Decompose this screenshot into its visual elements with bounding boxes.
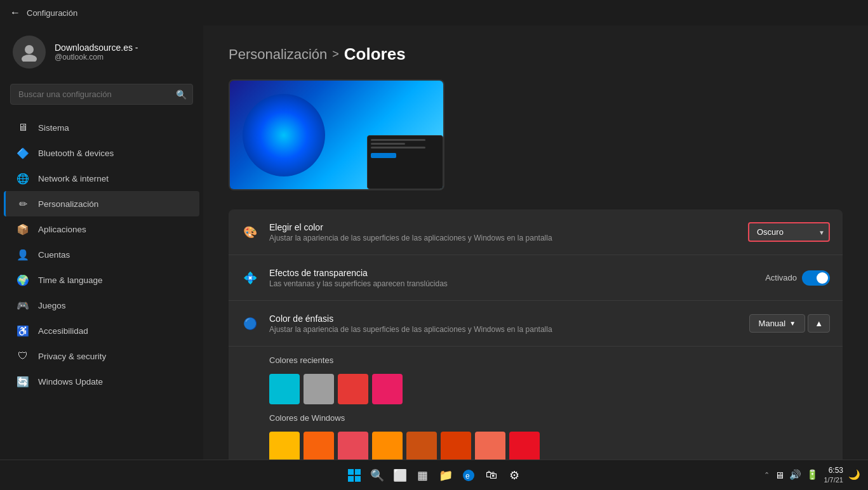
enfasis-title: Color de énfasis [269, 314, 739, 324]
recent-color-swatch[interactable] [269, 374, 300, 404]
windows-color-swatch[interactable] [338, 432, 368, 460]
taskbar-edge-button[interactable]: e [460, 467, 477, 484]
enfasis-expanded-section: Colores recientes Colores de Windows [229, 347, 843, 460]
recent-color-swatch[interactable] [338, 374, 368, 404]
transparencia-toggle[interactable] [802, 270, 830, 286]
privacy-icon: 🛡 [17, 350, 29, 362]
taskbar-volume-icon[interactable]: 🔊 [789, 469, 801, 480]
breadcrumb-parent[interactable]: Personalización [229, 46, 327, 63]
recent-color-swatch[interactable] [304, 374, 334, 404]
color-dropdown[interactable]: Oscuro Claro Personalizado [748, 222, 830, 242]
elegir-color-control: Oscuro Claro Personalizado ▼ [748, 222, 830, 242]
svg-rect-5 [355, 476, 361, 482]
windows-color-swatch[interactable] [304, 432, 334, 460]
content-area: Personalización > Colores 🎨 [203, 25, 868, 460]
preview-line-1 [371, 139, 425, 141]
elegir-color-text: Elegir el color Ajustar la apariencia de… [269, 222, 738, 242]
sidebar-item-cuentas[interactable]: 👤Cuentas [4, 242, 199, 267]
elegir-color-title: Elegir el color [269, 222, 738, 232]
taskbar: 🔍 ⬜ ▦ 📁 e 🛍 ⚙ ⌃ 🖥 🔊 🔋 6:53 1/7/21 🌙 [0, 460, 868, 490]
manual-dropdown[interactable]: Manual ▼ [749, 314, 806, 333]
settings-row-transparencia: 💠 Efectos de transparencia Las ventanas … [229, 255, 843, 301]
svg-point-0 [25, 45, 34, 54]
color-dropdown-wrapper: Oscuro Claro Personalizado ▼ [748, 222, 830, 242]
enfasis-expand-button[interactable]: ▲ [808, 314, 830, 333]
preview-flower [243, 94, 325, 176]
sidebar-item-update[interactable]: 🔄Windows Update [4, 369, 199, 394]
sidebar-item-juegos[interactable]: 🎮Juegos [4, 293, 199, 318]
elegir-color-icon: 🎨 [241, 223, 259, 241]
sidebar-item-personalizacion[interactable]: ✏Personalización [4, 191, 199, 216]
recent-colors-swatches [269, 371, 830, 411]
update-icon: 🔄 [17, 375, 29, 388]
nav-items: 🖥Sistema🔷Bluetooth & devices🌐Network & i… [0, 115, 203, 394]
clock-area[interactable]: 6:53 1/7/21 [824, 466, 843, 485]
taskbar-taskview-button[interactable]: ⬜ [391, 467, 409, 484]
windows-color-swatch[interactable] [406, 432, 437, 460]
sidebar-item-bluetooth[interactable]: 🔷Bluetooth & devices [4, 140, 199, 166]
enfasis-icon: 🔵 [241, 315, 259, 333]
transparencia-desc: Las ventanas y las superficies aparecen … [269, 279, 755, 288]
transparencia-control: Activado [765, 270, 830, 286]
sidebar-item-network[interactable]: 🌐Network & internet [4, 166, 199, 191]
taskbar-explorer-button[interactable]: 📁 [437, 467, 455, 484]
sidebar: Downloadsource.es - @outlook.com 🔍 🖥Sist… [0, 25, 203, 460]
windows-color-swatch[interactable] [475, 432, 505, 460]
taskbar-settings-button[interactable]: ⚙ [505, 467, 523, 484]
sidebar-item-accesibilidad[interactable]: ♿Accesibilidad [4, 318, 199, 343]
sidebar-item-label-time: Time & language [38, 275, 103, 285]
windows-color-swatch[interactable] [372, 432, 403, 460]
sidebar-item-time[interactable]: 🌍Time & language [4, 267, 199, 293]
network-icon: 🌐 [17, 172, 29, 185]
enfasis-text: Color de énfasis Ajustar la apariencia d… [269, 314, 739, 334]
svg-point-1 [22, 55, 37, 62]
breadcrumb-current: Colores [344, 44, 406, 64]
title-bar: ← Configuración [0, 0, 868, 25]
preview-wallpaper [230, 81, 443, 189]
sidebar-item-sistema[interactable]: 🖥Sistema [4, 115, 199, 140]
back-button[interactable]: ← [10, 7, 20, 18]
search-input[interactable] [10, 84, 193, 105]
windows-color-swatch[interactable] [509, 432, 540, 460]
svg-rect-2 [348, 469, 354, 475]
recent-color-swatch[interactable] [372, 374, 403, 404]
user-email: @outlook.com [55, 53, 138, 62]
transparencia-title: Efectos de transparencia [269, 268, 755, 278]
settings-row-elegir-color: 🎨 Elegir el color Ajustar la apariencia … [229, 209, 843, 255]
sidebar-item-label-cuentas: Cuentas [38, 250, 70, 260]
clock-time: 6:53 [824, 466, 843, 476]
windows-colors-label: Colores de Windows [269, 413, 830, 423]
breadcrumb: Personalización > Colores [229, 44, 843, 64]
sidebar-item-label-bluetooth: Bluetooth & devices [38, 149, 114, 158]
sidebar-item-label-update: Windows Update [38, 377, 103, 387]
windows-color-swatch[interactable] [441, 432, 471, 460]
enfasis-control: Manual ▼ ▲ [749, 314, 830, 333]
taskbar-search-button[interactable]: 🔍 [368, 467, 386, 484]
svg-text:e: e [465, 472, 470, 480]
personalizacion-icon: ✏ [17, 197, 29, 210]
sidebar-item-aplicaciones[interactable]: 📦Aplicaciones [4, 216, 199, 242]
enfasis-desc: Ajustar la apariencia de las superficies… [269, 325, 739, 334]
sidebar-item-privacy[interactable]: 🛡Privacy & security [4, 343, 199, 369]
preview-line-2 [371, 143, 405, 145]
preview-btn [371, 153, 396, 158]
user-profile[interactable]: Downloadsource.es - @outlook.com [0, 25, 203, 79]
chevron-up-icon: ▲ [815, 319, 823, 328]
start-button[interactable] [345, 467, 363, 484]
windows-color-swatch[interactable] [269, 432, 300, 460]
transparencia-icon: 💠 [241, 269, 259, 287]
taskbar-moon-icon: 🌙 [848, 469, 860, 480]
taskbar-widgets-button[interactable]: ▦ [414, 467, 432, 484]
elegir-color-desc: Ajustar la apariencia de las superficies… [269, 234, 738, 242]
taskbar-center: 🔍 ⬜ ▦ 📁 e 🛍 ⚙ [345, 467, 523, 484]
accesibilidad-icon: ♿ [17, 324, 29, 337]
settings-row-enfasis: 🔵 Color de énfasis Ajustar la apariencia… [229, 301, 843, 347]
taskbar-store-button[interactable]: 🛍 [483, 467, 500, 484]
user-info: Downloadsource.es - @outlook.com [55, 43, 138, 62]
sidebar-item-label-sistema: Sistema [38, 123, 69, 133]
sidebar-item-label-network: Network & internet [38, 174, 109, 183]
user-name: Downloadsource.es - [55, 43, 138, 53]
manual-chevron-down-icon: ▼ [789, 320, 796, 327]
taskbar-chevron-icon[interactable]: ⌃ [764, 471, 770, 479]
taskbar-battery-icon: 🔋 [806, 469, 818, 480]
